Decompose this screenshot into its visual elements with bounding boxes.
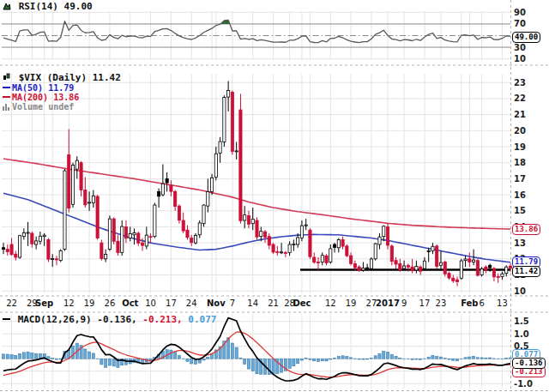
- macd-line-box: -0.136: [512, 358, 546, 369]
- candle: [411, 267, 413, 270]
- candle: [174, 191, 177, 206]
- candle: [219, 142, 221, 153]
- candle: [448, 274, 450, 278]
- candle: [276, 251, 279, 252]
- x-tick-label: 13: [497, 299, 508, 308]
- ma200-legend: MA(200) 13.86: [12, 93, 79, 102]
- y-tick-label: 10: [514, 286, 526, 296]
- grid: [0, 0, 549, 391]
- candle: [476, 261, 479, 275]
- candle: [505, 267, 508, 273]
- candle: [366, 268, 369, 268]
- chart-canvas: 2322212019181716151413121110907030101.51…: [0, 0, 549, 392]
- candle: [231, 92, 233, 151]
- candle: [87, 202, 90, 203]
- x-tick-label: 19: [346, 299, 357, 308]
- candle: [346, 246, 348, 256]
- candle: [415, 266, 418, 269]
- candle: [108, 219, 111, 250]
- candle: [186, 230, 189, 238]
- volume-bars-icon: [3, 103, 10, 112]
- x-tick-label: 12: [63, 299, 75, 308]
- stockchart-window: 2322212019181716151413121110907030101.51…: [0, 0, 549, 392]
- candle: [395, 261, 397, 264]
- candle: [141, 243, 143, 245]
- candle: [166, 178, 168, 183]
- candle: [492, 268, 495, 277]
- candle: [399, 263, 401, 269]
- x-tick-label: 23: [436, 299, 447, 308]
- rsi-label: RSI(14): [19, 1, 58, 12]
- candle: [325, 256, 328, 262]
- candle: [439, 262, 442, 265]
- y-tick-label: 1.5: [514, 317, 529, 326]
- candle: [268, 237, 270, 245]
- candle: [489, 265, 492, 268]
- macd-legend: MACD(12,26,9) -0.136, -0.213, 0.077: [3, 314, 216, 325]
- candle: [117, 241, 119, 252]
- candle: [260, 232, 262, 237]
- x-tick-label: 2017: [376, 299, 400, 308]
- candle: [455, 280, 458, 281]
- candle: [464, 259, 467, 261]
- rsi-line: [3, 20, 510, 42]
- x-tick-label: 6: [479, 299, 484, 308]
- candle: [329, 249, 332, 262]
- x-tick-label: 9: [401, 299, 407, 308]
- macd-line-sample: [3, 318, 10, 320]
- candle: [223, 97, 226, 142]
- candle: [419, 267, 422, 271]
- x-tick-label: Dec: [293, 299, 311, 308]
- y-tick-label: 70: [514, 19, 526, 28]
- candle: [263, 232, 266, 238]
- candle: [473, 260, 475, 262]
- y-tick-label: 17: [514, 174, 526, 184]
- y-tick-label: 15: [514, 206, 526, 215]
- candle: [75, 160, 78, 169]
- y-tick-label: 23: [514, 78, 526, 87]
- candle: [55, 259, 57, 260]
- y-tick-label: 10: [514, 54, 526, 63]
- candle: [202, 205, 205, 224]
- x-tick-label: 14: [247, 299, 258, 308]
- candle: [158, 191, 160, 196]
- candle: [337, 240, 340, 248]
- candle: [170, 185, 172, 191]
- macd-signal-value: -0.213,: [142, 314, 182, 325]
- candle: [178, 206, 180, 220]
- macd-label: MACD(12,26,9): [18, 314, 92, 325]
- candle: [313, 257, 316, 262]
- candle: [247, 215, 250, 224]
- candle: [402, 266, 405, 268]
- candle: [288, 244, 291, 252]
- candle: [15, 254, 17, 257]
- candle: [112, 219, 115, 241]
- candle: [390, 246, 393, 262]
- candle: [47, 239, 50, 259]
- last-price: 11.42: [93, 72, 121, 83]
- x-tick-label: 10: [145, 299, 156, 308]
- candle: [210, 178, 213, 191]
- y-tick-label: -1.0: [514, 379, 533, 389]
- candle: [39, 236, 41, 241]
- candle: [129, 233, 131, 238]
- candle: [154, 205, 156, 237]
- ma200-line-sample: [3, 96, 10, 98]
- rsi-overbought-fill: [3, 20, 510, 42]
- y-tick-label: 20: [514, 126, 526, 136]
- candle: [80, 163, 82, 190]
- candle: [480, 269, 483, 275]
- candle: [18, 236, 21, 257]
- candle: [96, 196, 99, 238]
- candle: [317, 262, 319, 263]
- candle: [280, 252, 282, 253]
- candle: [341, 239, 344, 246]
- candle: [386, 226, 389, 244]
- candle: [378, 237, 381, 244]
- x-tick-label: Feb: [461, 299, 478, 308]
- candle: [443, 262, 446, 274]
- candle: [22, 232, 25, 236]
- y-tick-label: 90: [514, 8, 526, 17]
- candle: [149, 237, 152, 238]
- candle: [431, 246, 434, 250]
